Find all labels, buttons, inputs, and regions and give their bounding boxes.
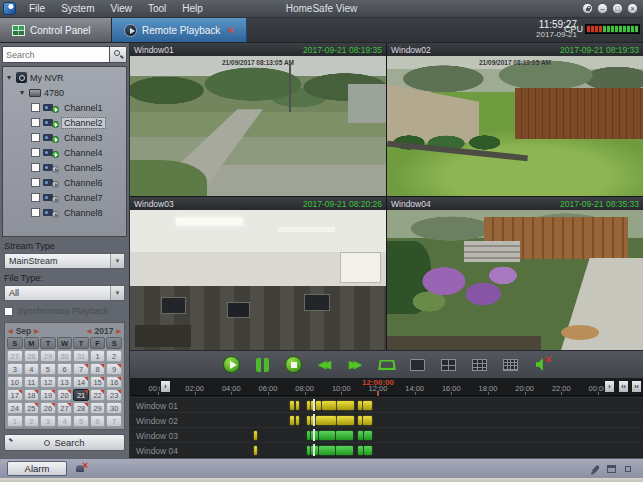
tree-node-device[interactable]: ▾ 4780	[5, 85, 126, 100]
calendar-day-19[interactable]: 19	[40, 389, 56, 401]
calendar-day-15[interactable]: 15	[90, 376, 106, 388]
timeline-row-track[interactable]	[158, 428, 598, 442]
video-window-4[interactable]: Window04 2017-09-21 08:35:33	[387, 197, 643, 350]
rewind-button[interactable]: ◀◀	[314, 354, 336, 376]
tree-node-channel3[interactable]: Channel3	[5, 130, 126, 145]
calendar-day-3[interactable]: 3	[40, 415, 56, 427]
calendar-day-11[interactable]: 11	[24, 376, 40, 388]
minimize-button[interactable]: –	[597, 3, 608, 14]
calendar-day-22[interactable]: 22	[90, 389, 106, 401]
channel-checkbox[interactable]	[31, 148, 40, 157]
calendar-day-29[interactable]: 29	[40, 350, 56, 362]
next-month-icon[interactable]: ▶	[34, 327, 39, 334]
fast-forward-button[interactable]: ▶▶	[345, 354, 367, 376]
calendar-day-26[interactable]: 26	[40, 402, 56, 414]
video-window-3[interactable]: Window03 2017-09-21 08:20:26	[130, 197, 386, 350]
close-button[interactable]: ×	[627, 3, 638, 14]
alarm-button[interactable]: Alarm	[7, 461, 67, 476]
playhead[interactable]	[313, 429, 315, 441]
tree-node-channel7[interactable]: Channel7	[5, 190, 126, 205]
calendar-day-2[interactable]: 2	[24, 415, 40, 427]
tab-control-panel[interactable]: Control Panel	[0, 18, 112, 42]
calendar-day-28[interactable]: 28	[73, 402, 89, 414]
calendar-day-3[interactable]: 3	[7, 363, 23, 375]
channel-checkbox[interactable]	[31, 133, 40, 142]
calendar-day-10[interactable]: 10	[7, 376, 23, 388]
channel-checkbox[interactable]	[31, 193, 40, 202]
calendar-day-2[interactable]: 2	[106, 350, 122, 362]
tree-node-nvr[interactable]: ▾ My NVR	[5, 70, 126, 85]
calendar-day-16[interactable]: 16	[106, 376, 122, 388]
calendar-day-27[interactable]: 27	[7, 350, 23, 362]
channel-checkbox[interactable]	[31, 178, 40, 187]
timeline-row-track[interactable]	[158, 398, 598, 412]
menu-view[interactable]: View	[102, 0, 140, 18]
calendar-day-4[interactable]: 4	[57, 415, 73, 427]
calendar-day-13[interactable]: 13	[57, 376, 73, 388]
prev-month-icon[interactable]: ◀	[8, 327, 13, 334]
nine-screen-button[interactable]	[469, 354, 491, 376]
calendar-day-9[interactable]: 9	[106, 363, 122, 375]
calendar-day-31[interactable]: 31	[73, 350, 89, 362]
window-icon[interactable]	[607, 465, 616, 473]
playhead[interactable]	[313, 414, 315, 426]
stop-button[interactable]	[283, 354, 305, 376]
timeline-zoom-in-button[interactable]: ›‹	[631, 380, 642, 393]
single-screen-button[interactable]	[407, 354, 429, 376]
menu-help[interactable]: Help	[174, 0, 211, 18]
timeline-scroll-right-button[interactable]: ›	[604, 380, 615, 393]
tab-remote-playback[interactable]: Remote Playback ×	[112, 18, 247, 42]
calendar-day-7[interactable]: 7	[106, 415, 122, 427]
video-window-1[interactable]: Window01 2017-09-21 08:19:35 21/09/2017 …	[130, 43, 386, 196]
calendar-day-20[interactable]: 20	[57, 389, 73, 401]
search-button[interactable]: Search	[4, 434, 125, 451]
channel-checkbox[interactable]	[31, 103, 40, 112]
calendar-day-4[interactable]: 4	[24, 363, 40, 375]
calendar-day-30[interactable]: 30	[57, 350, 73, 362]
panel-toggle-icon[interactable]	[625, 466, 631, 472]
calendar-day-5[interactable]: 5	[73, 415, 89, 427]
video-window-2[interactable]: Window02 2017-09-21 08:19:33 21/09/2017 …	[387, 43, 643, 196]
calendar-day-5[interactable]: 5	[40, 363, 56, 375]
playhead[interactable]	[313, 444, 315, 456]
menu-file[interactable]: File	[21, 0, 53, 18]
calendar-day-6[interactable]: 6	[57, 363, 73, 375]
prev-year-icon[interactable]: ◀	[87, 327, 92, 334]
chevron-down-icon[interactable]: ▾	[18, 88, 26, 97]
tree-node-channel5[interactable]: Channel5	[5, 160, 126, 175]
calendar-day-8[interactable]: 8	[90, 363, 106, 375]
synchronous-playback-checkbox[interactable]	[4, 307, 13, 316]
lock-button[interactable]	[582, 3, 593, 14]
restore-button[interactable]: □	[612, 3, 623, 14]
tree-node-channel8[interactable]: Channel8	[5, 205, 126, 220]
play-button[interactable]	[221, 354, 243, 376]
calendar-day-21[interactable]: 21	[73, 389, 89, 401]
timeline-row-track[interactable]	[158, 413, 598, 427]
timeline-row-window-04[interactable]: Window 04	[130, 442, 643, 457]
timeline-row-window-01[interactable]: Window 01	[130, 397, 643, 412]
calendar-day-18[interactable]: 18	[24, 389, 40, 401]
quad-screen-button[interactable]	[438, 354, 460, 376]
calendar-day-24[interactable]: 24	[7, 402, 23, 414]
pin-icon[interactable]	[592, 464, 600, 473]
timeline-row-window-03[interactable]: Window 03	[130, 427, 643, 442]
search-input[interactable]	[2, 46, 110, 63]
fullscreen-button[interactable]	[376, 354, 398, 376]
pause-button[interactable]	[252, 354, 274, 376]
calendar-day-12[interactable]: 12	[40, 376, 56, 388]
next-year-icon[interactable]: ▶	[116, 327, 121, 334]
tree-node-channel1[interactable]: Channel1	[5, 100, 126, 115]
calendar-day-1[interactable]: 1	[7, 415, 23, 427]
chevron-down-icon[interactable]: ▾	[5, 73, 13, 82]
menu-system[interactable]: System	[53, 0, 102, 18]
file-type-select[interactable]: All ▼	[4, 285, 125, 301]
calendar-day-14[interactable]: 14	[73, 376, 89, 388]
timeline-row-track[interactable]	[158, 443, 598, 457]
calendar-day-1[interactable]: 1	[90, 350, 106, 362]
tree-node-channel6[interactable]: Channel6	[5, 175, 126, 190]
channel-checkbox[interactable]	[31, 118, 40, 127]
stream-type-select[interactable]: MainStream ▼	[4, 253, 125, 269]
calendar-day-29[interactable]: 29	[90, 402, 106, 414]
calendar-day-7[interactable]: 7	[73, 363, 89, 375]
calendar-day-17[interactable]: 17	[7, 389, 23, 401]
